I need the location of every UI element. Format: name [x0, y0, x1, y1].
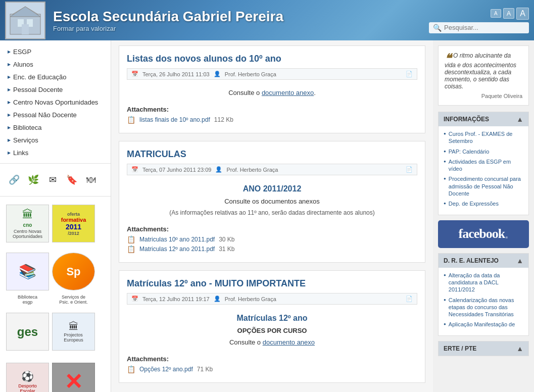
facebook-box[interactable]: facebook. [438, 220, 529, 248]
sidebar-item-biblioteca[interactable]: Biblioteca [0, 121, 111, 134]
informacoes-item: Actividades da ESGP em vídeo [444, 158, 523, 173]
sidebar-icons: 🔗 🌿 ✉ 🔖 🍽 [0, 168, 111, 192]
pdf-icon-3: 📄 [406, 296, 413, 302]
facebook-text: facebook [459, 226, 505, 241]
quote-text: O ritmo alucinante da vida e dos acontec… [445, 52, 516, 90]
font-large-button[interactable]: A [516, 8, 529, 20]
informacoes-link[interactable]: Curos Prof. - EXAMES de Setembro [449, 130, 523, 145]
article-3-author: Prof. Herberto Graça [225, 296, 276, 302]
dre-item: Calendarização das novas etapas do concu… [444, 297, 523, 318]
informacoes-section: INFORMAÇÕES ▲ Curos Prof. - EXAMES de Se… [438, 112, 529, 215]
font-medium-button[interactable]: A [503, 8, 515, 19]
article-3-attachment-1: 📋 Opções 12º ano.pdf 71 Kb [127, 365, 417, 373]
article-2-meta: 📅 Terça, 07 Junho 2011 23:09 👤 Prof. Her… [127, 164, 417, 175]
school-logo [5, 2, 45, 39]
article-1-author: Prof. Herberto Graça [225, 71, 276, 77]
sidebar-banners-row3: ges 🏛 ProjectosEuropeus [0, 309, 111, 355]
article-1-body-suffix: . [314, 89, 316, 96]
informacoes-collapse[interactable]: ▲ [516, 115, 523, 123]
calendar-icon-2: 📅 [131, 166, 138, 173]
dre-link[interactable]: Alteração da data da candidatura a DACL … [449, 272, 523, 293]
article-2: MATRICULAS 📅 Terça, 07 Junho 2011 23:09 … [119, 141, 425, 263]
article-1-title[interactable]: Listas dos novos alunos do 10º ano [127, 54, 417, 64]
article-2-attach-link-1[interactable]: Matriculas 10º ano 2011.pdf [139, 236, 215, 243]
sidebar-item-alunos[interactable]: Alunos [0, 58, 111, 71]
banner-cno[interactable]: 🏛 cno Centro NovasOportunidades [6, 205, 49, 242]
article-2-centered-title: ANO 2011/2012 [127, 184, 417, 193]
dre-body: Alteração da data da candidatura a DACL … [439, 268, 528, 335]
article-3-centered-title: Matrículas 12º ano [127, 314, 417, 323]
search-area: 🔍 [429, 22, 529, 33]
sidebar-item-centro-novas-oportunidades[interactable]: Centro Novas Oportunidades [0, 96, 111, 109]
pdf-icon-2: 📄 [406, 166, 413, 173]
sidebar-item-enc.-de-educação[interactable]: Enc. de Educação [0, 71, 111, 83]
article-3-attach-size-1: 71 Kb [197, 366, 213, 373]
calendar-icon-3: 📅 [131, 296, 138, 302]
informacoes-header: INFORMAÇÕES ▲ [439, 112, 528, 126]
right-sidebar: ❝O ritmo alucinante da vida e dos aconte… [433, 40, 534, 392]
icon-3[interactable]: ✉ [44, 172, 61, 188]
search-input[interactable] [444, 24, 525, 31]
user-icon-2: 👤 [215, 166, 222, 173]
article-3-subtitle: OPÇÕES POR CURSO [127, 327, 417, 334]
site-subtitle: Formar para valorizar [53, 25, 283, 32]
article-1-attach-size-1: 112 Kb [214, 116, 233, 123]
article-2-date: Terça, 07 Junho 2011 23:09 [142, 167, 211, 173]
article-3-body: Matrículas 12º ano OPÇÕES POR CURSO Cons… [127, 310, 417, 350]
pdf-attach-icon-3: 📋 [127, 365, 135, 373]
dre-link[interactable]: Aplicação Manifestação de [449, 321, 515, 328]
pdf-icon-1: 📄 [406, 71, 413, 77]
sidebar-divider-2 [0, 196, 111, 197]
article-1-body-link[interactable]: documento anexo [262, 89, 314, 96]
article-2-attachments-label: Attachments: [127, 225, 417, 233]
article-2-attachment-1: 📋 Matriculas 10º ano 2011.pdf 30 Kb [127, 235, 417, 243]
article-2-line2: (As informações relativas ao 11º ano, se… [127, 209, 417, 216]
informacoes-item: PAP: Calendário [444, 148, 523, 155]
font-small-button[interactable]: A [491, 9, 501, 18]
informacoes-item: Procedimento concursal para admissão de … [444, 175, 523, 197]
erte-collapse[interactable]: ▲ [516, 345, 523, 353]
informacoes-item: Dep. de Expressões [444, 200, 523, 207]
banner-biblioteca[interactable]: 📚 [6, 253, 49, 290]
banner-sp[interactable]: Sp [52, 253, 95, 290]
sidebar-item-links[interactable]: Links [0, 146, 111, 159]
banner-oferta[interactable]: oferta formativa 2011 /2012 [52, 205, 95, 242]
dre-item: Alteração da data da candidatura a DACL … [444, 272, 523, 293]
sidebar-item-pessoal-docente[interactable]: Pessoal Docente [0, 83, 111, 96]
search-icon[interactable]: 🔍 [433, 24, 442, 32]
sidebar-banners-row2: 📚 Sp [0, 249, 111, 295]
dre-link[interactable]: Calendarização das novas etapas do concu… [449, 297, 523, 318]
article-1-attachments-label: Attachments: [127, 106, 417, 113]
icon-4[interactable]: 🔖 [64, 172, 80, 188]
sidebar-item-serviços[interactable]: Serviços [0, 134, 111, 146]
article-1-attach-link-1[interactable]: listas finais de 10º ano.pdf [139, 116, 210, 123]
article-3-body-text: Consulte o documento anexo [127, 338, 417, 346]
article-2-attach-link-2[interactable]: Matriculas 12º ano 2011.pdf [139, 246, 215, 253]
informacoes-body: Curos Prof. - EXAMES de SetembroPAP: Cal… [439, 126, 528, 215]
svg-marker-1 [10, 7, 40, 17]
informacoes-link[interactable]: Actividades da ESGP em vídeo [449, 158, 523, 173]
sidebar-item-esgp[interactable]: ESGP [0, 45, 111, 58]
sidebar-item-pessoal-não-docente[interactable]: Pessoal Não Docente [0, 109, 111, 121]
banner-esgp-x[interactable]: ✕ [52, 363, 95, 392]
informacoes-link[interactable]: PAP: Calendário [449, 148, 490, 155]
banner-projectos[interactable]: 🏛 ProjectosEuropeus [52, 313, 95, 351]
article-2-author: Prof. Herberto Graça [226, 167, 278, 173]
sidebar-banners-row4: ⚽ DesportoEscolar ✕ [0, 359, 111, 392]
icon-5[interactable]: 🍽 [83, 172, 99, 188]
dre-title: D. R. E. ALENTEJO [444, 257, 499, 264]
informacoes-link[interactable]: Procedimento concursal para admissão de … [449, 175, 523, 197]
article-3-body-link[interactable]: documento anexo [263, 338, 315, 346]
icon-1[interactable]: 🔗 [6, 172, 22, 188]
icon-2[interactable]: 🌿 [25, 172, 41, 188]
article-2-title[interactable]: MATRICULAS [127, 149, 417, 160]
quote-box: ❝O ritmo alucinante da vida e dos aconte… [438, 45, 529, 106]
article-3-title[interactable]: Matrículas 12º ano - MUITO IMPORTANTE [127, 278, 417, 289]
svg-rect-4 [22, 24, 29, 34]
sidebar: ESGPAlunosEnc. de EducaçãoPessoal Docent… [0, 40, 111, 392]
dre-collapse[interactable]: ▲ [516, 257, 523, 265]
informacoes-link[interactable]: Dep. de Expressões [449, 200, 499, 207]
article-3-attach-link-1[interactable]: Opções 12º ano.pdf [139, 366, 193, 373]
banner-desporto[interactable]: ⚽ DesportoEscolar [6, 363, 49, 392]
banner-ges[interactable]: ges [6, 313, 49, 351]
